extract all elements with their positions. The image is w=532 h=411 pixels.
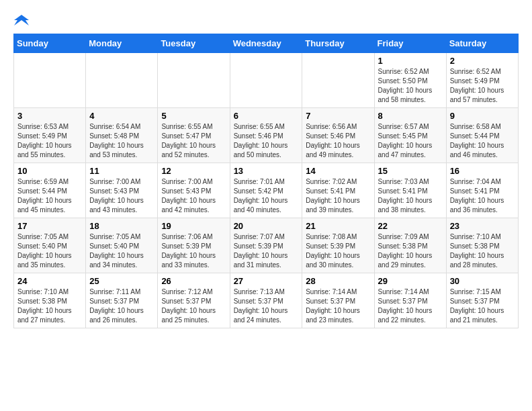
day-info: Sunrise: 7:01 AMSunset: 5:42 PMDaylight:… <box>234 177 299 215</box>
calendar-cell: 6Sunrise: 6:55 AMSunset: 5:46 PMDaylight… <box>230 108 302 163</box>
calendar-cell: 3Sunrise: 6:53 AMSunset: 5:49 PMDaylight… <box>14 108 86 163</box>
day-info: Sunrise: 7:14 AMSunset: 5:37 PMDaylight:… <box>378 287 443 325</box>
col-header-sunday: Sunday <box>14 34 86 53</box>
day-info: Sunrise: 6:55 AMSunset: 5:47 PMDaylight:… <box>161 122 226 160</box>
day-info: Sunrise: 7:09 AMSunset: 5:38 PMDaylight:… <box>378 232 443 270</box>
day-info: Sunrise: 7:14 AMSunset: 5:37 PMDaylight:… <box>306 287 370 325</box>
col-header-monday: Monday <box>86 34 158 53</box>
day-number: 21 <box>306 221 370 231</box>
calendar-cell <box>230 53 302 108</box>
day-info: Sunrise: 6:57 AMSunset: 5:45 PMDaylight:… <box>378 122 443 160</box>
day-info: Sunrise: 7:10 AMSunset: 5:38 PMDaylight:… <box>17 287 82 325</box>
day-info: Sunrise: 7:05 AMSunset: 5:40 PMDaylight:… <box>89 232 154 270</box>
calendar-cell: 19Sunrise: 7:06 AMSunset: 5:39 PMDayligh… <box>158 218 230 273</box>
calendar-table: SundayMondayTuesdayWednesdayThursdayFrid… <box>13 34 519 328</box>
page-header <box>13 13 519 23</box>
day-info: Sunrise: 7:13 AMSunset: 5:37 PMDaylight:… <box>234 287 299 325</box>
day-info: Sunrise: 7:08 AMSunset: 5:39 PMDaylight:… <box>306 232 370 270</box>
day-number: 27 <box>234 276 299 286</box>
day-number: 29 <box>378 276 443 286</box>
calendar-cell: 4Sunrise: 6:54 AMSunset: 5:48 PMDaylight… <box>86 108 158 163</box>
logo <box>13 13 30 23</box>
calendar-cell: 14Sunrise: 7:02 AMSunset: 5:41 PMDayligh… <box>302 163 374 218</box>
day-info: Sunrise: 6:55 AMSunset: 5:46 PMDaylight:… <box>234 122 299 160</box>
calendar-cell: 30Sunrise: 7:15 AMSunset: 5:37 PMDayligh… <box>446 273 518 328</box>
calendar-cell <box>158 53 230 108</box>
day-number: 20 <box>234 221 299 231</box>
calendar-cell: 18Sunrise: 7:05 AMSunset: 5:40 PMDayligh… <box>86 218 158 273</box>
calendar-cell: 22Sunrise: 7:09 AMSunset: 5:38 PMDayligh… <box>374 218 446 273</box>
day-number: 7 <box>306 111 370 121</box>
calendar-header-row: SundayMondayTuesdayWednesdayThursdayFrid… <box>14 34 519 53</box>
day-number: 19 <box>161 221 226 231</box>
day-info: Sunrise: 6:58 AMSunset: 5:44 PMDaylight:… <box>450 122 515 160</box>
day-number: 25 <box>89 276 154 286</box>
day-number: 23 <box>450 221 515 231</box>
day-info: Sunrise: 7:00 AMSunset: 5:43 PMDaylight:… <box>161 177 226 215</box>
day-number: 22 <box>378 221 443 231</box>
calendar-cell: 27Sunrise: 7:13 AMSunset: 5:37 PMDayligh… <box>230 273 302 328</box>
day-number: 15 <box>378 166 443 176</box>
day-info: Sunrise: 6:52 AMSunset: 5:49 PMDaylight:… <box>450 67 515 105</box>
week-row-2: 3Sunrise: 6:53 AMSunset: 5:49 PMDaylight… <box>14 108 519 163</box>
day-number: 16 <box>450 166 515 176</box>
day-info: Sunrise: 7:11 AMSunset: 5:37 PMDaylight:… <box>89 287 154 325</box>
day-info: Sunrise: 7:12 AMSunset: 5:37 PMDaylight:… <box>161 287 226 325</box>
calendar-cell: 15Sunrise: 7:03 AMSunset: 5:41 PMDayligh… <box>374 163 446 218</box>
calendar-cell: 1Sunrise: 6:52 AMSunset: 5:50 PMDaylight… <box>374 53 446 108</box>
day-number: 26 <box>161 276 226 286</box>
day-info: Sunrise: 7:06 AMSunset: 5:39 PMDaylight:… <box>161 232 226 270</box>
col-header-thursday: Thursday <box>302 34 374 53</box>
day-number: 5 <box>161 111 226 121</box>
day-number: 3 <box>17 111 82 121</box>
calendar-cell: 28Sunrise: 7:14 AMSunset: 5:37 PMDayligh… <box>302 273 374 328</box>
calendar-cell: 16Sunrise: 7:04 AMSunset: 5:41 PMDayligh… <box>446 163 518 218</box>
calendar-cell: 21Sunrise: 7:08 AMSunset: 5:39 PMDayligh… <box>302 218 374 273</box>
calendar-cell <box>302 53 374 108</box>
day-info: Sunrise: 7:07 AMSunset: 5:39 PMDaylight:… <box>234 232 299 270</box>
calendar-cell: 24Sunrise: 7:10 AMSunset: 5:38 PMDayligh… <box>14 273 86 328</box>
col-header-saturday: Saturday <box>446 34 518 53</box>
week-row-4: 17Sunrise: 7:05 AMSunset: 5:40 PMDayligh… <box>14 218 519 273</box>
day-info: Sunrise: 7:03 AMSunset: 5:41 PMDaylight:… <box>378 177 443 215</box>
week-row-1: 1Sunrise: 6:52 AMSunset: 5:50 PMDaylight… <box>14 53 519 108</box>
day-number: 8 <box>378 111 443 121</box>
calendar-cell <box>86 53 158 108</box>
week-row-3: 10Sunrise: 6:59 AMSunset: 5:44 PMDayligh… <box>14 163 519 218</box>
day-number: 24 <box>17 276 82 286</box>
day-number: 17 <box>17 221 82 231</box>
day-info: Sunrise: 6:56 AMSunset: 5:46 PMDaylight:… <box>306 122 370 160</box>
day-number: 4 <box>89 111 154 121</box>
calendar-cell: 12Sunrise: 7:00 AMSunset: 5:43 PMDayligh… <box>158 163 230 218</box>
day-number: 11 <box>89 166 154 176</box>
day-info: Sunrise: 6:52 AMSunset: 5:50 PMDaylight:… <box>378 67 443 105</box>
svg-marker-0 <box>14 15 29 26</box>
col-header-wednesday: Wednesday <box>230 34 302 53</box>
calendar-cell: 29Sunrise: 7:14 AMSunset: 5:37 PMDayligh… <box>374 273 446 328</box>
day-info: Sunrise: 7:02 AMSunset: 5:41 PMDaylight:… <box>306 177 370 215</box>
logo-bird-icon <box>14 13 29 26</box>
calendar-cell: 17Sunrise: 7:05 AMSunset: 5:40 PMDayligh… <box>14 218 86 273</box>
calendar-cell: 11Sunrise: 7:00 AMSunset: 5:43 PMDayligh… <box>86 163 158 218</box>
col-header-tuesday: Tuesday <box>158 34 230 53</box>
calendar-cell: 23Sunrise: 7:10 AMSunset: 5:38 PMDayligh… <box>446 218 518 273</box>
day-number: 30 <box>450 276 515 286</box>
calendar-cell: 25Sunrise: 7:11 AMSunset: 5:37 PMDayligh… <box>86 273 158 328</box>
day-info: Sunrise: 7:04 AMSunset: 5:41 PMDaylight:… <box>450 177 515 215</box>
day-number: 6 <box>234 111 299 121</box>
calendar-cell <box>14 53 86 108</box>
day-info: Sunrise: 6:53 AMSunset: 5:49 PMDaylight:… <box>17 122 82 160</box>
day-number: 28 <box>306 276 370 286</box>
day-number: 18 <box>89 221 154 231</box>
calendar-cell: 20Sunrise: 7:07 AMSunset: 5:39 PMDayligh… <box>230 218 302 273</box>
calendar-cell: 9Sunrise: 6:58 AMSunset: 5:44 PMDaylight… <box>446 108 518 163</box>
calendar-cell: 10Sunrise: 6:59 AMSunset: 5:44 PMDayligh… <box>14 163 86 218</box>
day-number: 2 <box>450 56 515 66</box>
week-row-5: 24Sunrise: 7:10 AMSunset: 5:38 PMDayligh… <box>14 273 519 328</box>
day-info: Sunrise: 6:59 AMSunset: 5:44 PMDaylight:… <box>17 177 82 215</box>
calendar-cell: 5Sunrise: 6:55 AMSunset: 5:47 PMDaylight… <box>158 108 230 163</box>
calendar-cell: 7Sunrise: 6:56 AMSunset: 5:46 PMDaylight… <box>302 108 374 163</box>
day-number: 10 <box>17 166 82 176</box>
calendar-cell: 26Sunrise: 7:12 AMSunset: 5:37 PMDayligh… <box>158 273 230 328</box>
calendar-cell: 8Sunrise: 6:57 AMSunset: 5:45 PMDaylight… <box>374 108 446 163</box>
